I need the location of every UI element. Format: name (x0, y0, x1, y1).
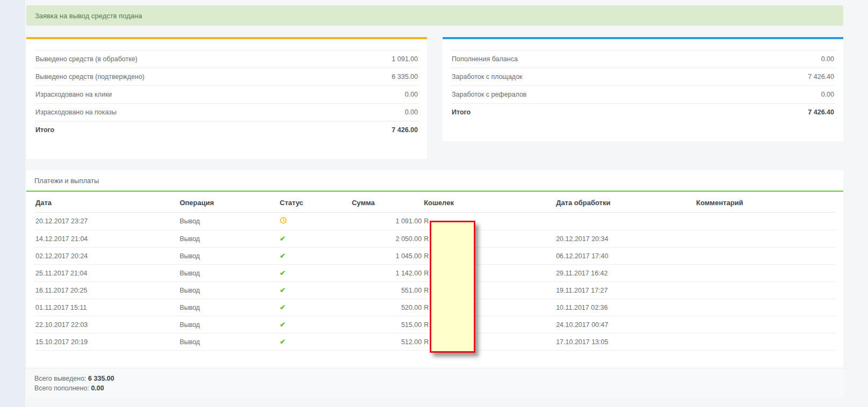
success-check-icon: ✔ (280, 338, 286, 346)
cell-comment (695, 333, 835, 351)
cell-comment (695, 282, 835, 299)
cell-comment (695, 265, 835, 282)
cell-status (279, 213, 351, 230)
success-check-icon: ✔ (280, 303, 286, 311)
stat-value: 7 426.40 (808, 108, 834, 116)
cell-processed: 29.11.2017 16:42 (555, 265, 695, 282)
withdrawals-summary-rows: Выведено средств (в обработке)1 091.00Вы… (26, 39, 427, 159)
stat-total-row: Итого7 426.40 (451, 103, 835, 121)
stat-row: Израсходовано на клики0.00 (34, 85, 419, 103)
stat-label: Заработок с площадок (452, 73, 523, 81)
cell-amount: 1 142.00 (351, 265, 423, 282)
stat-row: Пополнения баланса0.00 (451, 50, 835, 68)
stat-label: Израсходовано на клики (35, 91, 112, 98)
cell-date: 22.10.2017 22:03 (34, 316, 178, 333)
cell-operation: Вывод (178, 248, 278, 265)
total-deposited-line: Всего пополнено: 0.00 (34, 383, 835, 393)
cell-date: 20.12.2017 23:27 (34, 213, 178, 230)
stat-label: Выведено средств (в обработке) (35, 55, 138, 63)
cell-date: 15.10.2017 20:19 (34, 333, 178, 351)
wallet-redaction-overlay (430, 221, 475, 353)
cell-amount: 515.00 (351, 316, 423, 333)
cell-processed (555, 213, 695, 230)
cell-amount: 1 091.00 (351, 213, 423, 230)
stat-label: Итого (35, 126, 54, 134)
summary-panels-row: Выведено средств (в обработке)1 091.00Вы… (26, 37, 843, 159)
cell-amount: 2 050.00 (351, 230, 423, 248)
alert-message: Заявка на вывод средств подана (35, 12, 142, 20)
col-header-status: Статус (279, 192, 351, 213)
cell-status: ✔ (279, 316, 351, 333)
success-check-icon: ✔ (280, 321, 286, 329)
cell-date: 02.12.2017 20:24 (34, 248, 178, 265)
stat-value: 6 335.00 (392, 73, 418, 81)
stat-row: Израсходовано на показы0.00 (34, 103, 419, 121)
income-summary-panel: Пополнения баланса0.00Заработок с площад… (443, 37, 843, 141)
cell-processed: 10.11.2017 02:36 (555, 299, 695, 316)
cell-comment (695, 316, 835, 333)
cell-operation: Вывод (178, 299, 278, 316)
stat-label: Итого (452, 108, 471, 116)
stat-value: 0.00 (405, 91, 418, 98)
cell-processed: 17.10.2017 13:05 (555, 333, 695, 351)
cell-date: 25.11.2017 21:04 (34, 265, 178, 282)
stat-value: 0.00 (405, 108, 418, 116)
income-summary-rows: Пополнения баланса0.00Заработок с площад… (443, 39, 843, 141)
cell-status: ✔ (279, 265, 351, 282)
col-header-wallet: Кошелек (423, 192, 555, 213)
cell-comment (695, 248, 835, 265)
cell-comment (695, 230, 835, 248)
stat-value: 0.00 (821, 91, 834, 98)
success-check-icon: ✔ (280, 252, 286, 260)
cell-operation: Вывод (178, 230, 278, 248)
stat-row: Выведено средств (в обработке)1 091.00 (34, 50, 419, 68)
stat-label: Заработок с рефералов (452, 91, 527, 98)
cell-processed: 19.11.2017 17:27 (555, 282, 695, 299)
cell-processed: 06.12.2017 17:40 (555, 248, 695, 265)
col-header-amount: Сумма (351, 192, 423, 213)
pending-clock-icon (280, 217, 287, 224)
stat-value: 7 426.40 (808, 73, 834, 81)
stat-value: 0.00 (821, 55, 834, 63)
total-deposited-value: 0.00 (91, 384, 104, 392)
col-header-comment: Комментарий (695, 192, 835, 213)
cell-date: 16.11.2017 20:25 (34, 282, 178, 299)
success-check-icon: ✔ (280, 269, 286, 277)
cell-amount: 520.00 (351, 299, 423, 316)
success-check-icon: ✔ (280, 235, 286, 243)
cell-operation: Вывод (178, 213, 278, 230)
stat-row: Выведено средств (подтверждено)6 335.00 (34, 68, 419, 85)
cell-status: ✔ (279, 248, 351, 265)
collapsed-sidebar-strip (0, 0, 25, 407)
cell-status: ✔ (279, 282, 351, 299)
cell-comment (695, 299, 835, 316)
cell-operation: Вывод (178, 265, 278, 282)
cell-processed: 20.12.2017 20:34 (555, 230, 695, 248)
cell-amount: 512.00 (351, 333, 423, 351)
total-withdrawn-line: Всего выведено: 6 335.00 (34, 374, 835, 383)
success-check-icon: ✔ (280, 286, 286, 294)
cell-date: 01.11.2017 15:11 (34, 299, 178, 316)
payments-panel-title: Платежи и выплаты (26, 170, 843, 192)
stat-row: Заработок с рефералов0.00 (451, 85, 835, 103)
col-header-date: Дата (34, 192, 178, 213)
stat-value: 1 091.00 (392, 55, 418, 63)
cell-operation: Вывод (178, 282, 278, 299)
withdrawals-summary-panel: Выведено средств (в обработке)1 091.00Вы… (26, 37, 427, 159)
cell-operation: Вывод (178, 316, 278, 333)
cell-processed: 24.10.2017 00:47 (555, 316, 695, 333)
cell-amount: 551.00 (351, 282, 423, 299)
cell-operation: Вывод (178, 333, 278, 351)
stat-value: 7 426.00 (392, 126, 418, 134)
success-alert: Заявка на вывод средств подана (26, 5, 843, 26)
cell-status: ✔ (279, 299, 351, 316)
stat-total-row: Итого7 426.00 (34, 121, 419, 139)
payments-header-row: Дата Операция Статус Сумма Кошелек Дата … (34, 192, 835, 213)
stat-label: Выведено средств (подтверждено) (35, 73, 144, 81)
cell-status: ✔ (279, 230, 351, 248)
cell-date: 14.12.2017 21:04 (34, 230, 178, 248)
cell-status: ✔ (279, 333, 351, 351)
cell-comment (695, 213, 835, 230)
stat-row: Заработок с площадок7 426.40 (451, 68, 835, 85)
stat-label: Израсходовано на показы (35, 108, 117, 116)
